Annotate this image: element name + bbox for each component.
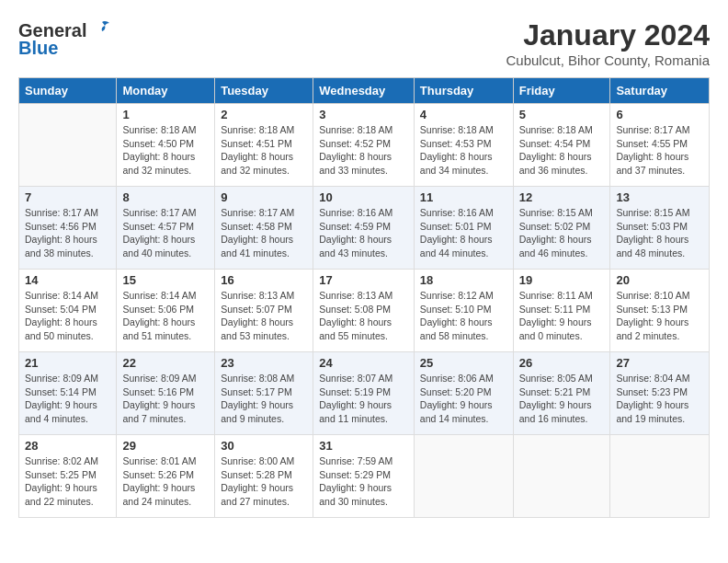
calendar-cell: 21Sunrise: 8:09 AM Sunset: 5:14 PM Dayli… xyxy=(19,352,117,435)
day-info: Sunrise: 8:16 AM Sunset: 4:59 PM Dayligh… xyxy=(319,206,408,260)
calendar-cell xyxy=(414,435,513,518)
day-number: 25 xyxy=(420,356,507,370)
calendar-week-row: 1Sunrise: 8:18 AM Sunset: 4:50 PM Daylig… xyxy=(19,104,710,187)
location-title: Cubulcut, Bihor County, Romania xyxy=(506,52,711,68)
calendar-cell xyxy=(19,104,117,187)
day-info: Sunrise: 8:11 AM Sunset: 5:11 PM Dayligh… xyxy=(519,289,605,343)
day-info: Sunrise: 8:08 AM Sunset: 5:17 PM Dayligh… xyxy=(221,372,307,426)
day-number: 1 xyxy=(122,108,209,121)
day-number: 7 xyxy=(25,190,110,204)
day-number: 22 xyxy=(122,356,209,370)
day-number: 23 xyxy=(221,356,307,370)
day-number: 30 xyxy=(221,439,307,453)
title-block: January 2024 Cubulcut, Bihor County, Rom… xyxy=(506,18,711,68)
day-number: 12 xyxy=(519,190,605,204)
calendar-cell: 5Sunrise: 8:18 AM Sunset: 4:54 PM Daylig… xyxy=(513,104,610,187)
day-number: 8 xyxy=(122,190,209,204)
day-number: 6 xyxy=(616,108,703,121)
calendar-cell: 17Sunrise: 8:13 AM Sunset: 5:08 PM Dayli… xyxy=(313,270,415,352)
calendar-cell: 23Sunrise: 8:08 AM Sunset: 5:17 PM Dayli… xyxy=(215,352,313,435)
day-info: Sunrise: 8:15 AM Sunset: 5:03 PM Dayligh… xyxy=(616,206,703,260)
day-info: Sunrise: 8:16 AM Sunset: 5:01 PM Dayligh… xyxy=(420,206,507,260)
calendar-cell: 8Sunrise: 8:17 AM Sunset: 4:57 PM Daylig… xyxy=(117,187,215,270)
day-info: Sunrise: 8:18 AM Sunset: 4:54 PM Dayligh… xyxy=(519,123,605,178)
day-info: Sunrise: 8:18 AM Sunset: 4:53 PM Dayligh… xyxy=(420,123,507,178)
calendar-cell: 6Sunrise: 8:17 AM Sunset: 4:55 PM Daylig… xyxy=(610,104,710,187)
day-number: 19 xyxy=(519,273,605,287)
calendar-cell: 22Sunrise: 8:09 AM Sunset: 5:16 PM Dayli… xyxy=(117,352,215,435)
calendar-cell: 1Sunrise: 8:18 AM Sunset: 4:50 PM Daylig… xyxy=(117,104,215,187)
calendar-cell: 24Sunrise: 8:07 AM Sunset: 5:19 PM Dayli… xyxy=(313,352,415,435)
day-number: 3 xyxy=(319,108,408,121)
header-wednesday: Wednesday xyxy=(313,78,415,104)
month-title: January 2024 xyxy=(506,18,711,52)
day-info: Sunrise: 8:17 AM Sunset: 4:57 PM Dayligh… xyxy=(122,206,209,260)
calendar-header-row: SundayMondayTuesdayWednesdayThursdayFrid… xyxy=(19,78,710,104)
day-info: Sunrise: 8:09 AM Sunset: 5:16 PM Dayligh… xyxy=(122,372,209,426)
day-number: 21 xyxy=(25,356,110,370)
day-info: Sunrise: 8:18 AM Sunset: 4:52 PM Dayligh… xyxy=(319,123,408,178)
day-info: Sunrise: 8:01 AM Sunset: 5:26 PM Dayligh… xyxy=(122,454,209,509)
calendar-cell: 9Sunrise: 8:17 AM Sunset: 4:58 PM Daylig… xyxy=(215,187,313,270)
day-info: Sunrise: 8:00 AM Sunset: 5:28 PM Dayligh… xyxy=(221,454,307,509)
calendar-week-row: 28Sunrise: 8:02 AM Sunset: 5:25 PM Dayli… xyxy=(19,435,710,518)
day-info: Sunrise: 8:18 AM Sunset: 4:51 PM Dayligh… xyxy=(221,123,307,178)
calendar-cell xyxy=(513,435,610,518)
calendar-cell: 29Sunrise: 8:01 AM Sunset: 5:26 PM Dayli… xyxy=(117,435,215,518)
day-info: Sunrise: 8:10 AM Sunset: 5:13 PM Dayligh… xyxy=(616,289,703,343)
day-number: 10 xyxy=(319,190,408,204)
day-number: 11 xyxy=(420,190,507,204)
calendar-cell: 30Sunrise: 8:00 AM Sunset: 5:28 PM Dayli… xyxy=(215,435,313,518)
day-info: Sunrise: 8:18 AM Sunset: 4:50 PM Dayligh… xyxy=(122,123,209,178)
day-number: 15 xyxy=(122,273,209,287)
calendar-cell: 7Sunrise: 8:17 AM Sunset: 4:56 PM Daylig… xyxy=(19,187,117,270)
header-monday: Monday xyxy=(117,78,215,104)
day-info: Sunrise: 8:13 AM Sunset: 5:07 PM Dayligh… xyxy=(221,289,307,343)
day-number: 13 xyxy=(616,190,703,204)
day-info: Sunrise: 8:09 AM Sunset: 5:14 PM Dayligh… xyxy=(25,372,110,426)
calendar-cell: 11Sunrise: 8:16 AM Sunset: 5:01 PM Dayli… xyxy=(414,187,513,270)
day-info: Sunrise: 8:17 AM Sunset: 4:58 PM Dayligh… xyxy=(221,206,307,260)
calendar-cell: 28Sunrise: 8:02 AM Sunset: 5:25 PM Dayli… xyxy=(19,435,117,518)
day-number: 14 xyxy=(25,273,110,287)
day-number: 16 xyxy=(221,273,307,287)
day-info: Sunrise: 8:07 AM Sunset: 5:19 PM Dayligh… xyxy=(319,372,408,426)
day-number: 9 xyxy=(221,190,307,204)
calendar-cell: 15Sunrise: 8:14 AM Sunset: 5:06 PM Dayli… xyxy=(117,270,215,352)
day-number: 2 xyxy=(221,108,307,121)
day-info: Sunrise: 8:04 AM Sunset: 5:23 PM Dayligh… xyxy=(616,372,703,426)
day-info: Sunrise: 8:02 AM Sunset: 5:25 PM Dayligh… xyxy=(25,454,110,509)
header-saturday: Saturday xyxy=(610,78,710,104)
day-info: Sunrise: 7:59 AM Sunset: 5:29 PM Dayligh… xyxy=(319,454,408,509)
day-info: Sunrise: 8:17 AM Sunset: 4:55 PM Dayligh… xyxy=(616,123,703,178)
logo: General Blue xyxy=(18,18,111,59)
day-number: 17 xyxy=(319,273,408,287)
calendar-cell: 14Sunrise: 8:14 AM Sunset: 5:04 PM Dayli… xyxy=(19,270,117,352)
day-number: 24 xyxy=(319,356,408,370)
calendar-cell: 19Sunrise: 8:11 AM Sunset: 5:11 PM Dayli… xyxy=(513,270,610,352)
day-info: Sunrise: 8:05 AM Sunset: 5:21 PM Dayligh… xyxy=(519,372,605,426)
day-info: Sunrise: 8:12 AM Sunset: 5:10 PM Dayligh… xyxy=(420,289,507,343)
header-friday: Friday xyxy=(513,78,610,104)
day-info: Sunrise: 8:14 AM Sunset: 5:06 PM Dayligh… xyxy=(122,289,209,343)
day-number: 26 xyxy=(519,356,605,370)
day-number: 28 xyxy=(25,439,110,453)
calendar-cell: 31Sunrise: 7:59 AM Sunset: 5:29 PM Dayli… xyxy=(313,435,415,518)
page-header: General Blue January 2024 Cubulcut, Biho… xyxy=(18,18,710,68)
calendar-cell: 4Sunrise: 8:18 AM Sunset: 4:53 PM Daylig… xyxy=(414,104,513,187)
day-number: 27 xyxy=(616,356,703,370)
calendar-week-row: 14Sunrise: 8:14 AM Sunset: 5:04 PM Dayli… xyxy=(19,270,710,352)
day-number: 5 xyxy=(519,108,605,121)
calendar-cell: 20Sunrise: 8:10 AM Sunset: 5:13 PM Dayli… xyxy=(610,270,710,352)
calendar-cell: 3Sunrise: 8:18 AM Sunset: 4:52 PM Daylig… xyxy=(313,104,415,187)
logo-bird-icon xyxy=(93,18,111,37)
calendar-cell: 27Sunrise: 8:04 AM Sunset: 5:23 PM Dayli… xyxy=(610,352,710,435)
calendar-cell: 26Sunrise: 8:05 AM Sunset: 5:21 PM Dayli… xyxy=(513,352,610,435)
calendar-table: SundayMondayTuesdayWednesdayThursdayFrid… xyxy=(18,77,710,518)
calendar-cell: 12Sunrise: 8:15 AM Sunset: 5:02 PM Dayli… xyxy=(513,187,610,270)
header-sunday: Sunday xyxy=(19,78,117,104)
day-number: 4 xyxy=(420,108,507,121)
day-number: 18 xyxy=(420,273,507,287)
day-info: Sunrise: 8:06 AM Sunset: 5:20 PM Dayligh… xyxy=(420,372,507,426)
day-info: Sunrise: 8:15 AM Sunset: 5:02 PM Dayligh… xyxy=(519,206,605,260)
